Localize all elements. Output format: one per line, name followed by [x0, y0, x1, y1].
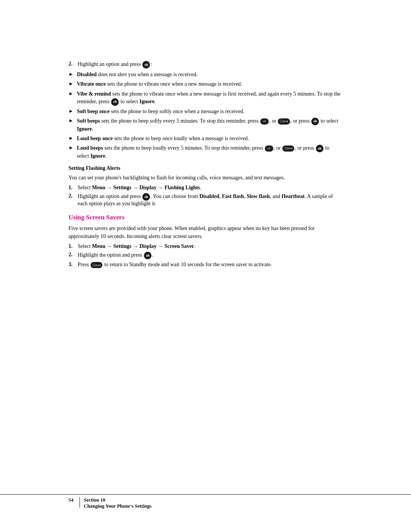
step-number: 2.	[68, 61, 75, 69]
screen-savers-title: Using Screen Savers	[68, 214, 342, 221]
list-item: ► Loud beeps sets the phone to beep loud…	[68, 144, 342, 160]
ss-step-3: 3. Press Ⓘend to return to Standby mode …	[68, 262, 342, 268]
bullet-icon: ►	[68, 91, 74, 97]
list-item: ► Vibe & remind sets the phone to vibrat…	[68, 90, 342, 106]
list-item: ► Soft beeps sets the phone to beep soft…	[68, 117, 342, 133]
ss-step-1-content: Select Menu → Settings → Display → Scree…	[78, 243, 342, 249]
flashing-step-1-content: Select Menu → Settings → Display → Flash…	[78, 185, 342, 191]
ok-button-icon: ok	[111, 98, 119, 106]
end-button-icon: Ⓘend	[91, 262, 102, 268]
page: 2. Highlight an option and press ok: ► D…	[0, 0, 411, 532]
clr-button-icon: clr	[265, 145, 273, 152]
flashing-alerts-heading: Setting Flashing Alerts	[68, 165, 342, 171]
step-number: 1.	[68, 243, 75, 249]
step-2-block: 2. Highlight an option and press ok:	[68, 61, 342, 69]
bullet-icon: ►	[68, 81, 74, 87]
bullet-icon: ►	[68, 135, 74, 141]
ok-button-icon: ok	[311, 118, 319, 125]
item-text: Vibe & remind sets the phone to vibrate …	[77, 90, 342, 106]
step-2-intro: Highlight an option and press	[78, 61, 141, 67]
ok-button-icon: ok	[142, 61, 150, 69]
item-text: Vibrate once sets the phone to vibrate o…	[77, 80, 342, 88]
list-item: ► Vibrate once sets the phone to vibrate…	[68, 80, 342, 88]
bullet-icon: ►	[68, 118, 74, 124]
item-text: Soft beep once sets the phone to beep so…	[77, 108, 342, 115]
step-number: 2.	[68, 193, 75, 207]
ss-step-2: 2. Highlight the option and press ok.	[68, 252, 342, 259]
item-text: Soft beeps sets the phone to beep softly…	[77, 117, 342, 133]
step-number: 2.	[68, 252, 75, 259]
ok-button-icon: ok	[144, 252, 151, 259]
flashing-step-2: 2. Highlight an option and press ok. You…	[68, 193, 342, 207]
footer-section-title: Changing Your Phone's Settings	[84, 503, 151, 509]
item-text: Disabled does not alert you when a messa…	[77, 71, 342, 78]
page-footer: 54 Section 10 Changing Your Phone's Sett…	[0, 494, 411, 509]
item-text: Loud beeps sets the phone to beep loudly…	[77, 144, 342, 160]
bullet-icon: ►	[68, 71, 74, 77]
footer-section-label: Section 10	[84, 497, 151, 503]
list-item: ► Soft beep once sets the phone to beep …	[68, 108, 342, 115]
end-button-icon: Ⓘend	[282, 145, 294, 152]
alert-options-list: ► Disabled does not alert you when a mes…	[68, 71, 342, 160]
item-text: Loud beep once sets the phone to beep on…	[77, 135, 342, 142]
flashing-step-2-content: Highlight an option and press ok. You ca…	[78, 193, 342, 207]
screen-savers-intro: Five screen savers are provided with you…	[68, 224, 342, 240]
list-item: ► Loud beep once sets the phone to beep …	[68, 135, 342, 142]
bullet-icon: ►	[68, 145, 74, 151]
ss-step-3-content: Press Ⓘend to return to Standby mode and…	[78, 262, 342, 268]
flashing-intro: You can set your phone's backlighting to…	[68, 174, 342, 182]
step-2-content: Highlight an option and press ok:	[78, 61, 342, 69]
flashing-step-1: 1. Select Menu → Settings → Display → Fl…	[68, 185, 342, 191]
end-button-icon: Ⓘend	[278, 118, 290, 125]
footer-divider	[80, 497, 80, 508]
ss-step-1: 1. Select Menu → Settings → Display → Sc…	[68, 243, 342, 249]
ok-button-icon: ok	[316, 145, 323, 152]
step-number: 1.	[68, 185, 75, 191]
page-number: 54	[68, 497, 73, 503]
bullet-icon: ►	[68, 108, 74, 114]
ok-button-icon: ok	[142, 193, 150, 201]
ss-step-2-content: Highlight the option and press ok.	[78, 252, 342, 259]
list-item: ► Disabled does not alert you when a mes…	[68, 71, 342, 78]
clr-button-icon: clr	[260, 118, 269, 125]
footer-section-block: Section 10 Changing Your Phone's Setting…	[84, 497, 151, 509]
step-number: 3.	[68, 262, 75, 268]
